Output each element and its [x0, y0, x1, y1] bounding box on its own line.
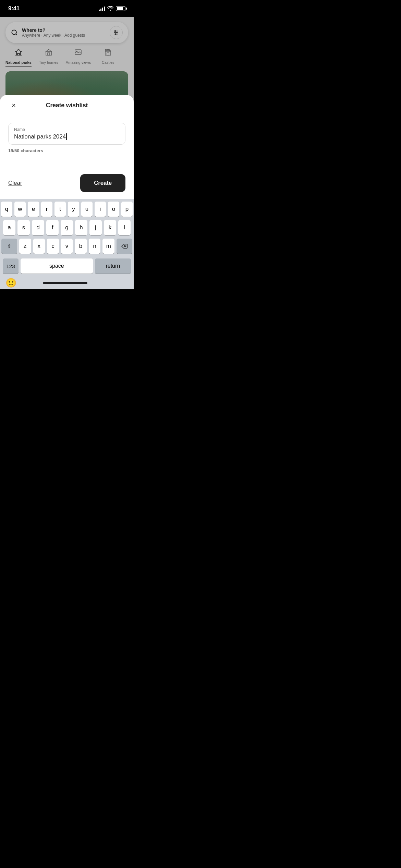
name-label: Name	[14, 127, 120, 132]
return-key[interactable]: return	[95, 258, 131, 274]
battery-icon	[116, 6, 125, 11]
key-s[interactable]: s	[17, 220, 30, 235]
char-count: 19/50 characters	[8, 148, 125, 153]
status-time: 9:41	[8, 5, 20, 12]
name-input-value[interactable]: National parks 2024	[14, 133, 120, 140]
key-h[interactable]: h	[75, 220, 87, 235]
keyboard-bottom-row: 123 space return	[1, 257, 132, 276]
bg-category-amazing-views: Amazing views	[66, 48, 91, 67]
space-key[interactable]: space	[21, 258, 93, 274]
key-e[interactable]: e	[28, 202, 39, 217]
key-f[interactable]: f	[46, 220, 59, 235]
key-b[interactable]: b	[75, 239, 87, 254]
bg-category-national-parks: National parks	[5, 48, 32, 67]
key-x[interactable]: x	[33, 239, 45, 254]
status-icons	[99, 6, 125, 12]
sheet-actions: Clear Create	[0, 167, 134, 199]
key-d[interactable]: d	[32, 220, 44, 235]
key-j[interactable]: j	[89, 220, 102, 235]
key-c[interactable]: c	[47, 239, 59, 254]
key-n[interactable]: n	[89, 239, 101, 254]
bg-filter-button	[110, 26, 123, 39]
key-u[interactable]: u	[81, 202, 93, 217]
svg-point-0	[12, 30, 16, 35]
key-i[interactable]: i	[95, 202, 106, 217]
create-wishlist-sheet: × Create wishlist Name National parks 20…	[0, 95, 134, 289]
bg-search-main: Where to?	[22, 27, 85, 33]
close-button[interactable]: ×	[8, 100, 19, 111]
sheet-header: × Create wishlist	[0, 102, 134, 116]
key-o[interactable]: o	[108, 202, 119, 217]
sheet-body: Name National parks 2024 19/50 character…	[0, 116, 134, 160]
svg-point-6	[115, 34, 116, 35]
key-p[interactable]: p	[121, 202, 133, 217]
home-bar	[43, 282, 87, 284]
sheet-title: Create wishlist	[46, 102, 88, 109]
key-y[interactable]: y	[68, 202, 79, 217]
keyboard-row-3: ⇧ z x c v b n m	[1, 239, 132, 254]
status-bar: 9:41	[0, 0, 134, 17]
wifi-icon	[107, 6, 113, 12]
key-l[interactable]: l	[118, 220, 131, 235]
bg-search-bar: Where to? Anywhere · Any week · Add gues…	[5, 22, 128, 43]
key-w[interactable]: w	[14, 202, 26, 217]
key-g[interactable]: g	[61, 220, 73, 235]
number-key[interactable]: 123	[3, 258, 19, 274]
key-a[interactable]: a	[3, 220, 15, 235]
key-q[interactable]: q	[1, 202, 12, 217]
text-cursor	[66, 133, 67, 140]
signal-icon	[99, 6, 105, 11]
svg-rect-12	[107, 53, 109, 55]
keyboard-row-2: a s d f g h j k l	[1, 220, 132, 235]
keyboard-row-1: q w e r t y u i o p	[1, 202, 132, 217]
key-m[interactable]: m	[102, 239, 114, 254]
key-z[interactable]: z	[19, 239, 31, 254]
home-indicator-area: 🙂	[0, 278, 134, 289]
key-t[interactable]: t	[54, 202, 66, 217]
close-icon: ×	[12, 101, 16, 109]
emoji-key[interactable]: 🙂	[5, 278, 16, 288]
bg-categories: National parks Tiny homes Amazing views	[0, 48, 134, 67]
name-input-container[interactable]: Name National parks 2024	[8, 123, 125, 145]
clear-button[interactable]: Clear	[8, 180, 22, 186]
svg-rect-7	[46, 51, 51, 55]
keyboard: q w e r t y u i o p a s d f g h j k l ⇧ …	[0, 199, 134, 278]
backspace-key[interactable]	[117, 239, 132, 254]
bg-search-sub: Anywhere · Any week · Add guests	[22, 33, 85, 38]
key-r[interactable]: r	[41, 202, 52, 217]
svg-rect-8	[48, 53, 50, 55]
bg-category-tiny-homes: Tiny homes	[38, 48, 59, 67]
create-button[interactable]: Create	[80, 174, 125, 192]
key-k[interactable]: k	[104, 220, 116, 235]
svg-point-4	[115, 31, 116, 32]
shift-key[interactable]: ⇧	[1, 239, 17, 254]
bg-category-castles: Castles	[98, 48, 118, 67]
svg-point-5	[117, 32, 118, 33]
key-v[interactable]: v	[61, 239, 73, 254]
